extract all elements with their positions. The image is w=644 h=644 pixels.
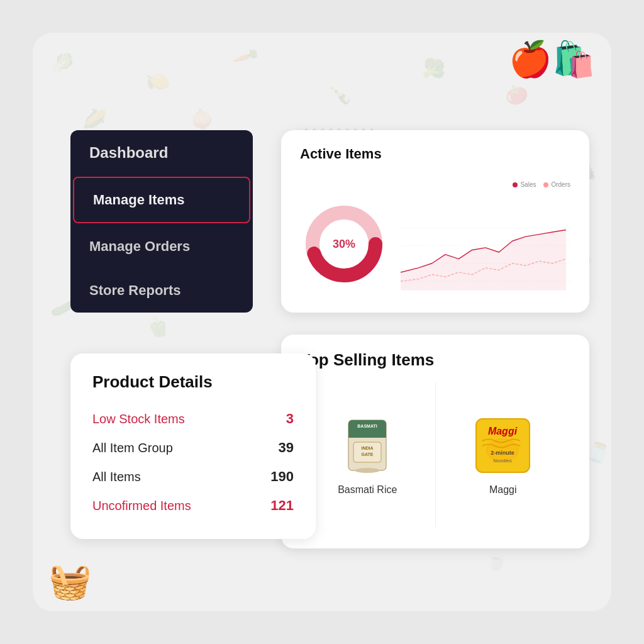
active-items-card: Active Items 30% (281, 130, 589, 313)
product-details-card: Product Details Low Stock Items 3 All It… (70, 353, 316, 539)
detail-row-all-items[interactable]: All Items 190 (92, 462, 294, 491)
maggi-image: Maggi 2-minute Noodles (472, 414, 535, 477)
all-items-label: All Items (92, 470, 141, 484)
legend-orders-dot (543, 182, 548, 187)
sidebar-item-dashboard-label: Dashboard (89, 144, 168, 161)
svg-text:Maggi: Maggi (488, 426, 518, 436)
sidebar-item-manage-items[interactable]: Manage Items (73, 177, 250, 223)
svg-point-77 (355, 468, 380, 473)
sidebar-item-dashboard[interactable]: Dashboard (70, 130, 253, 175)
deco-icon: 🥕 (231, 42, 260, 71)
sidebar-item-manage-orders[interactable]: Manage Orders (70, 225, 253, 269)
legend-sales-dot (513, 182, 518, 187)
deco-icon: 🧅 (189, 107, 215, 132)
all-item-group-label: All Item Group (92, 441, 173, 455)
svg-rect-72 (348, 430, 386, 438)
top-selling-card: Top Selling Items INDI (281, 335, 589, 548)
donut-percent: 30% (333, 238, 355, 251)
basmati-rice-name: Basmati Rice (338, 484, 397, 496)
active-items-title: Active Items (300, 146, 570, 162)
detail-row-unconfirmed[interactable]: Uncofirmed Items 121 (92, 491, 294, 520)
products-grid: INDIA GATE BASMATI Basmati Rice (300, 382, 570, 527)
maggi-name: Maggi (489, 484, 517, 496)
low-stock-label: Low Stock Items (92, 412, 185, 426)
svg-text:INDIA: INDIA (362, 446, 374, 450)
deco-icon: 🫑 (144, 314, 171, 340)
all-items-value: 190 (270, 469, 294, 485)
svg-point-82 (487, 439, 518, 462)
deco-icon: 🥬 (50, 50, 77, 75)
unconfirmed-value: 121 (270, 497, 294, 514)
deco-icon: 🍵 (484, 547, 511, 572)
main-container: 🥬 🍋 🥕 🍾 🥦 🍅 🌽 🧅 🥒 🫑 🍞 🥛 🍵 🧂 🫙 🍇 🥑 🍎🛍️ 🧺 (33, 33, 611, 611)
all-item-group-value: 39 (279, 440, 294, 456)
donut-chart: 30% (300, 200, 388, 288)
product-basmati-rice[interactable]: INDIA GATE BASMATI Basmati Rice (300, 382, 436, 527)
legend-orders-label: Orders (551, 181, 570, 188)
deco-icon: 🍋 (143, 68, 172, 95)
svg-text:GATE: GATE (362, 452, 374, 457)
deco-icon: 🍅 (501, 80, 531, 109)
bottom-left-illustration: 🧺 (48, 564, 92, 599)
legend-sales: Sales (513, 181, 536, 188)
svg-text:BASMATI: BASMATI (358, 424, 377, 428)
sidebar-item-store-reports[interactable]: Store Reports (70, 269, 253, 313)
product-maggi[interactable]: Maggi 2-minute Noodles Maggi (436, 382, 571, 527)
deco-icon: 🌽 (82, 107, 108, 131)
deco-icon: 🍾 (328, 82, 353, 106)
sidebar-menu: Dashboard Manage Items Manage Orders Sto… (70, 130, 253, 313)
unconfirmed-label: Uncofirmed Items (92, 499, 191, 513)
sidebar-item-manage-items-label: Manage Items (93, 192, 185, 208)
top-selling-title: Top Selling Items (300, 350, 570, 370)
legend-orders: Orders (543, 181, 570, 188)
basmati-rice-image: INDIA GATE BASMATI (336, 414, 399, 477)
top-right-illustration: 🍎🛍️ (509, 42, 596, 77)
sidebar-item-store-reports-label: Store Reports (89, 282, 180, 298)
sidebar-item-manage-orders-label: Manage Orders (89, 238, 190, 254)
chart-legend: Sales Orders (513, 181, 570, 188)
product-details-title: Product Details (92, 372, 294, 392)
low-stock-value: 3 (286, 411, 294, 427)
deco-icon: 🥦 (421, 56, 448, 82)
detail-row-all-item-group[interactable]: All Item Group 39 (92, 433, 294, 462)
legend-sales-label: Sales (520, 181, 536, 188)
detail-row-low-stock[interactable]: Low Stock Items 3 (92, 404, 294, 433)
active-items-content: 30% Sales Orders (300, 175, 570, 313)
line-chart: Sales Orders (401, 181, 570, 307)
